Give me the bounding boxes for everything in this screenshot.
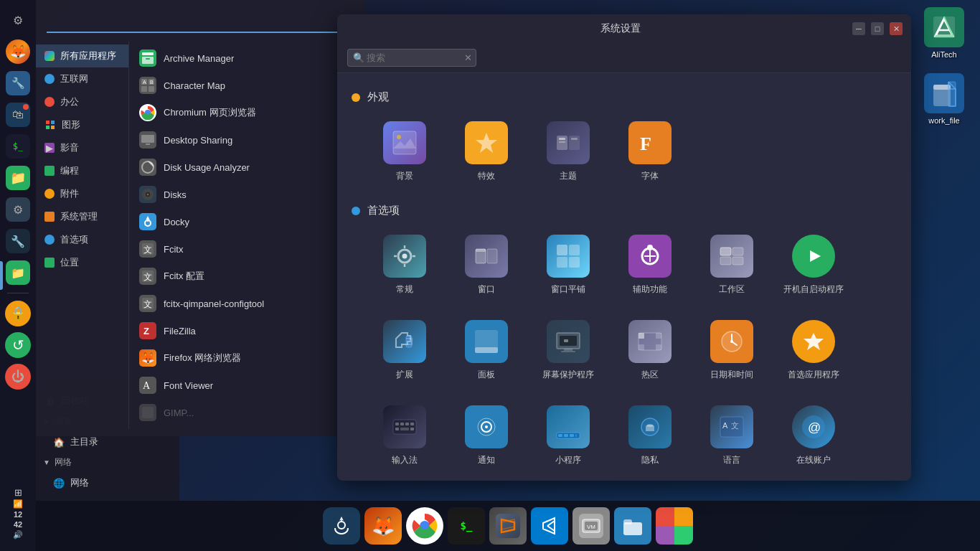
setting-extensions[interactable]: 扩展 [369, 313, 440, 388]
app-chromium[interactable]: Chromium 网页浏览器 [129, 99, 366, 126]
desktop-icon-workfile[interactable]: work_file [915, 73, 973, 125]
terminal-taskbar-icon[interactable]: $_ [5, 133, 31, 159]
minimize-button[interactable]: ─ [852, 22, 865, 35]
window-icon [465, 235, 508, 278]
setting-notify[interactable]: 通知 [451, 398, 522, 474]
setting-tiling[interactable]: 窗口平铺 [532, 227, 604, 303]
desktop: ⚙ 🦊 🔧 🛍 $_ 📁 ⚙ 🔧 📁 [0, 0, 980, 551]
prefs-title: 首选项 [367, 204, 400, 217]
setting-screensaver[interactable]: 屏幕保护程序 [532, 313, 604, 388]
app-disk-usage[interactable]: Disk Usage Analyzer [129, 154, 366, 181]
dock-terminal[interactable]: $_ [448, 507, 485, 545]
setting-startup[interactable]: 开机自启动程序 [778, 227, 849, 303]
app-character-map[interactable]: AB Character Map [129, 72, 366, 99]
dock-vscode[interactable] [531, 507, 568, 545]
search-wrap: 🔍 ✕ [347, 49, 476, 67]
sysset-titlebar: 系统设置 ─ □ ✕ [337, 14, 911, 43]
svg-text:A: A [722, 421, 728, 430]
app-fcitx[interactable]: 文 Fcitx [129, 235, 366, 263]
setting-hotzone[interactable]: 热区 [614, 313, 686, 388]
cat-sysadmin[interactable]: 系统管理 [36, 205, 128, 228]
dock-firefox[interactable]: 🦊 [364, 507, 402, 545]
setting-datetime[interactable]: 日期和时间 [696, 313, 768, 388]
sysset-toolbar: 🔍 ✕ [337, 43, 911, 73]
refresh-taskbar-icon[interactable]: ↺ [5, 332, 31, 358]
app-font-viewer[interactable]: A Font Viewer [129, 372, 366, 399]
setting-lang[interactable]: A 文 语言 [696, 398, 768, 474]
cat-all[interactable]: 所有应用程序 [36, 44, 128, 67]
svg-rect-97 [558, 434, 562, 437]
setting-general[interactable]: 常规 [369, 227, 440, 303]
dock-vm[interactable]: VM [573, 507, 610, 545]
power-taskbar-icon[interactable]: ⏻ [5, 364, 31, 390]
cat-graphics[interactable]: 图形 [36, 113, 128, 136]
setting-ime[interactable]: 输入法 [369, 398, 440, 474]
maximize-button[interactable]: □ [871, 22, 884, 35]
prefs-taskbar-icon[interactable]: 🔧 [5, 228, 31, 254]
dock-anchor[interactable] [323, 507, 360, 545]
setting-fonts[interactable]: F 字体 [614, 114, 686, 189]
app-filezilla[interactable]: Z FileZilla [129, 317, 366, 344]
network-icon: 🌐 [53, 478, 65, 489]
dock-mosaic[interactable] [656, 507, 693, 545]
app-gimp-partial[interactable]: GIMP... [129, 399, 366, 426]
app-fcitx-set[interactable]: 文 Fcitx 配置 [129, 263, 366, 290]
system-taskbar-icon[interactable]: ⚙ [5, 197, 31, 222]
firefox-taskbar-icon[interactable]: 🦊 [5, 39, 31, 65]
cat-video[interactable]: ▶ 影音 [36, 136, 128, 159]
fm-network-item[interactable]: 🌐 网络 [36, 472, 179, 494]
wallpaper-label: 背景 [396, 170, 413, 182]
sysset-search-input[interactable] [347, 49, 476, 67]
app-firefox[interactable]: 🦊 Firefox 网络浏览器 [129, 344, 366, 372]
accessibility-label: 辅助功能 [633, 283, 667, 296]
location-taskbar-icon[interactable]: 📁 [5, 260, 31, 286]
volume-taskbar-icon[interactable]: 🔊 [13, 530, 23, 540]
app-disks[interactable]: Disks [129, 181, 366, 208]
dock-sublime[interactable] [489, 507, 527, 545]
cat-internet[interactable]: 互联网 [36, 67, 128, 90]
setting-window[interactable]: 窗口 [451, 227, 522, 303]
store-taskbar-icon[interactable]: 🛍 [5, 102, 31, 128]
svg-text:Z: Z [143, 326, 149, 336]
close-button[interactable]: ✕ [890, 22, 903, 35]
fm-network-label: 网络 [55, 456, 72, 468]
cat-office[interactable]: 办公 [36, 90, 128, 113]
svg-rect-144 [656, 526, 674, 545]
setting-panel[interactable]: 面板 [451, 313, 522, 388]
cat-place[interactable]: 位置 [36, 251, 128, 274]
lock-taskbar-icon[interactable]: 🔒 [5, 301, 31, 326]
app-fcitx-qi[interactable]: 文 fcitx-qimpanel-configtool [129, 290, 366, 317]
ime-label: 输入法 [392, 454, 418, 466]
launcher-categories: 所有应用程序 互联网 办公 图形 ▶ 影音 [36, 42, 129, 429]
cat-edit[interactable]: 编程 [36, 159, 128, 182]
app-archive-manager[interactable]: Archive Manager [129, 44, 366, 72]
svg-rect-2 [46, 126, 50, 129]
setting-workspace[interactable]: 工作区 [696, 227, 768, 303]
fm-network-section[interactable]: ▼ 网络 [36, 453, 179, 472]
setting-theme[interactable]: 主题 [532, 114, 604, 189]
setting-privacy[interactable]: 隐私 [614, 398, 686, 474]
search-clear-button[interactable]: ✕ [464, 52, 472, 63]
cat-prefs[interactable]: 首选项 [36, 228, 128, 251]
desktop-icon-alitech[interactable]: AliTech [915, 7, 973, 59]
svg-rect-92 [410, 428, 414, 430]
setting-online[interactable]: @ 在线账户 [778, 398, 849, 474]
tools-taskbar-icon[interactable]: 🔧 [5, 70, 31, 96]
svg-rect-15 [141, 135, 154, 143]
app-desktop-sharing[interactable]: Desktop Sharing [129, 126, 366, 154]
launcher-search-input[interactable] [47, 13, 355, 33]
cat-attach[interactable]: 附件 [36, 182, 128, 205]
folder-taskbar-icon[interactable]: 📁 [5, 165, 31, 191]
clock-min: 42 [14, 520, 22, 529]
setting-applets[interactable]: 小程序 [532, 398, 604, 474]
svg-rect-141 [623, 519, 632, 524]
setting-accessibility[interactable]: 辅助功能 [614, 227, 686, 303]
setting-prefapps[interactable]: 首选应用程序 [778, 313, 849, 388]
dock-files[interactable] [614, 507, 651, 545]
setting-effects[interactable]: 特效 [451, 114, 522, 189]
app-docky[interactable]: Docky [129, 208, 366, 235]
dock-chromium[interactable] [406, 507, 443, 545]
settings-taskbar-icon[interactable]: ⚙ [5, 7, 31, 33]
setting-wallpaper[interactable]: 背景 [369, 114, 440, 189]
svg-rect-3 [51, 126, 55, 129]
